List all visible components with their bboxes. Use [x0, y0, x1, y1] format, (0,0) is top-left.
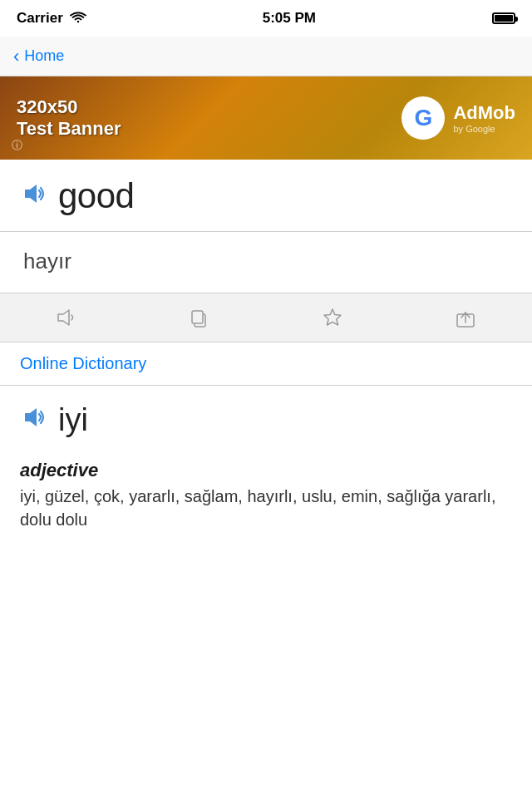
word-good-text: good — [58, 176, 134, 216]
admob-g-icon: G — [401, 96, 445, 140]
admob-logo: G AdMob by Google — [401, 96, 515, 140]
toolbar-share-icon — [454, 306, 477, 329]
toolbar-share-button[interactable] — [447, 299, 484, 336]
toolbar-speaker-icon — [55, 306, 78, 329]
wifi-icon — [70, 12, 86, 25]
back-label: Home — [24, 47, 64, 65]
back-button[interactable]: ‹ Home — [13, 47, 64, 66]
ad-test-label: Test Banner — [17, 118, 121, 140]
ad-size-label: 320x50 — [17, 96, 121, 118]
word-iyi-text: iyi — [58, 402, 88, 438]
info-icon: ⓘ — [12, 138, 22, 153]
carrier-label: Carrier — [17, 10, 63, 27]
speaker-icon-iyi[interactable] — [20, 404, 47, 436]
translation-good: hayır — [0, 232, 532, 293]
svg-marker-4 — [324, 309, 341, 325]
word-header-iyi: iyi — [20, 402, 512, 438]
status-time: 5:05 PM — [263, 10, 316, 27]
ad-banner-text-block: 320x50 Test Banner — [17, 96, 121, 140]
svg-marker-1 — [58, 310, 69, 325]
toolbar-star-icon — [321, 306, 344, 329]
admob-text-block: AdMob by Google — [453, 102, 515, 134]
toolbar-copy-button[interactable] — [181, 299, 218, 336]
svg-rect-3 — [192, 311, 203, 323]
svg-marker-7 — [25, 408, 37, 426]
toolbar — [0, 293, 532, 342]
status-left: Carrier — [17, 10, 86, 27]
toolbar-star-button[interactable] — [314, 299, 351, 336]
pos-section: adjective iyi, güzel, çok, yararlı, sağl… — [0, 451, 532, 531]
status-right — [492, 12, 515, 24]
translation-good-text: hayır — [23, 249, 71, 273]
nav-bar: ‹ Home — [0, 37, 532, 76]
word-header-good: good — [20, 176, 512, 216]
word-entry-good: good — [0, 160, 532, 231]
chevron-left-icon: ‹ — [13, 47, 19, 66]
pos-label: adjective — [20, 460, 512, 481]
toolbar-copy-icon — [188, 306, 211, 329]
status-bar: Carrier 5:05 PM — [0, 0, 532, 37]
word-entry-iyi: iyi — [0, 386, 532, 451]
toolbar-speaker-button[interactable] — [48, 299, 85, 336]
battery-icon — [492, 12, 515, 24]
online-dictionary-section: Online Dictionary — [0, 342, 532, 386]
ad-banner[interactable]: 320x50 Test Banner G AdMob by Google ⓘ — [0, 76, 532, 160]
pos-definitions: iyi, güzel, çok, yararlı, sağlam, hayırl… — [20, 485, 512, 531]
speaker-icon[interactable] — [20, 180, 47, 213]
svg-marker-0 — [25, 185, 37, 203]
online-dictionary-link[interactable]: Online Dictionary — [20, 354, 146, 372]
admob-label: AdMob — [453, 102, 515, 124]
admob-sub-label: by Google — [453, 124, 515, 134]
